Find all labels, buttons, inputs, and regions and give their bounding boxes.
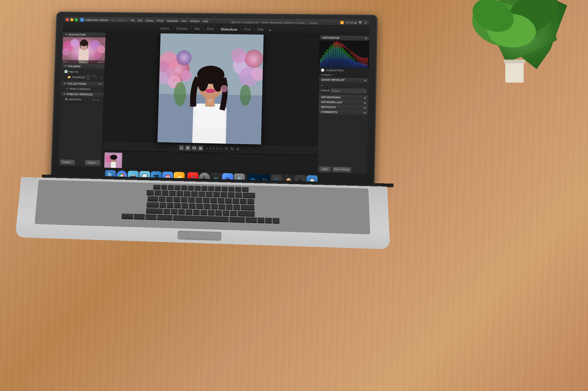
key-d[interactable] [174,203,181,209]
tab-book[interactable]: Book [204,27,217,31]
navigate-btn[interactable]: ⊞ [236,147,239,151]
key-i[interactable] [210,198,217,203]
tab-print[interactable]: Print [241,28,254,31]
key-esc[interactable] [153,185,160,190]
tab-web[interactable]: Web [254,28,267,31]
key-f4[interactable] [181,185,187,190]
key-cmd-l[interactable] [157,214,173,221]
key-rshift[interactable] [238,211,255,217]
search-icon[interactable]: 🔍 [359,21,362,24]
key-q[interactable] [159,196,166,202]
folders-plus-btn[interactable]: + [100,65,102,68]
key-f11[interactable] [228,187,234,192]
tab-map[interactable]: Map [191,27,203,31]
key-return[interactable] [241,205,254,210]
menu-file[interactable]: File [130,19,135,22]
key-s[interactable] [167,203,174,208]
folder-downloads[interactable]: 📁 Downloads 897 / 120 GB ▾ [62,74,104,81]
key-k[interactable] [211,204,218,210]
maximize-button[interactable] [75,18,78,21]
smart-collections-item[interactable]: ⚙ Smart Collections [61,87,104,91]
key-option-l[interactable] [145,214,157,220]
key-c[interactable] [178,209,185,215]
star-3[interactable]: ★ [212,147,215,150]
key-power[interactable] [242,187,249,192]
loupe-view-btn[interactable] [185,145,190,150]
key-fn[interactable] [122,214,134,219]
key-e[interactable] [173,197,180,202]
survey-view-btn[interactable] [198,145,203,151]
key-tab[interactable] [147,196,158,202]
key-f10[interactable] [221,187,228,192]
key-ctrl[interactable] [134,214,145,220]
key-f8[interactable] [208,186,214,191]
menu-photo[interactable]: Photo [156,19,164,22]
key-delete[interactable] [243,192,255,198]
key-backslash[interactable] [247,199,254,205]
menu-bar[interactable]: File Edit Library Photo Metadata View Wi… [130,19,208,23]
star-5[interactable]: ★ [219,147,222,150]
zoom-100[interactable]: 100% [79,61,85,63]
menu-edit[interactable]: Edit [138,19,142,22]
set-up-label[interactable]: Set Up... [92,98,101,101]
key-f9[interactable] [215,186,221,191]
key-n[interactable] [200,210,207,215]
key-caps[interactable] [146,202,159,208]
hard-drive-item[interactable]: Hard Drive Set Up... [61,97,104,102]
key-f12[interactable] [235,187,241,192]
key-comma[interactable] [215,210,222,216]
original-photo-checkbox[interactable] [321,69,324,72]
key-j[interactable] [204,203,211,209]
export-button[interactable]: Export... [85,160,100,166]
key-space[interactable] [173,215,229,222]
key-v[interactable] [186,209,193,215]
key-x[interactable] [171,209,178,214]
key-f3[interactable] [175,185,181,190]
import-button[interactable]: Import... [60,159,75,165]
key-r[interactable] [181,197,188,202]
key-semicolon[interactable] [226,204,233,210]
key-f5[interactable] [188,186,194,191]
key-a[interactable] [159,202,166,208]
grid-view-btn[interactable] [179,145,184,150]
key-g[interactable] [189,203,196,209]
key-0[interactable] [221,192,227,197]
key-f1[interactable] [161,185,167,190]
key-8[interactable] [206,192,213,197]
key-t[interactable] [188,197,195,203]
key-6[interactable] [191,191,198,197]
key-y[interactable] [195,197,202,203]
tab-library[interactable]: Library [157,27,173,30]
key-equals[interactable] [235,192,242,198]
key-quote[interactable] [233,204,240,210]
key-1[interactable] [154,190,161,195]
key-m[interactable] [208,210,215,216]
minimize-button[interactable] [70,18,74,21]
custom-dropdown-icon[interactable]: ▾ [332,73,333,76]
key-lshift[interactable] [146,208,163,214]
star-4[interactable]: ★ [216,147,218,150]
sync-button[interactable]: Sync [319,166,331,172]
menu-library[interactable]: Library [145,19,154,22]
key-left[interactable] [258,218,265,223]
tab-slideshow[interactable]: Slideshow [218,27,240,31]
qd-plus-btn[interactable]: + [321,83,323,87]
compare-view-btn[interactable] [191,145,197,151]
star-rating[interactable]: ★ ★ ★ ★ ★ [205,146,222,150]
menu-metadata[interactable]: Metadata [167,19,178,22]
key-p[interactable] [225,198,232,204]
key-slash[interactable] [230,210,237,216]
key-l[interactable] [218,204,225,210]
key-o[interactable] [217,198,224,204]
key-minus[interactable] [228,192,235,198]
sync-settings-button[interactable]: Sync Settings [332,166,351,173]
key-rbracket[interactable] [240,199,247,204]
key-3[interactable] [169,191,176,196]
menu-window[interactable]: Window [190,19,200,22]
key-9[interactable] [213,192,220,197]
key-lbracket[interactable] [232,198,239,204]
menu-view[interactable]: View [181,19,187,22]
key-w[interactable] [166,196,173,202]
rotate-right-btn[interactable]: ↻ [230,146,234,151]
zoom-300[interactable]: 300% [97,61,104,64]
